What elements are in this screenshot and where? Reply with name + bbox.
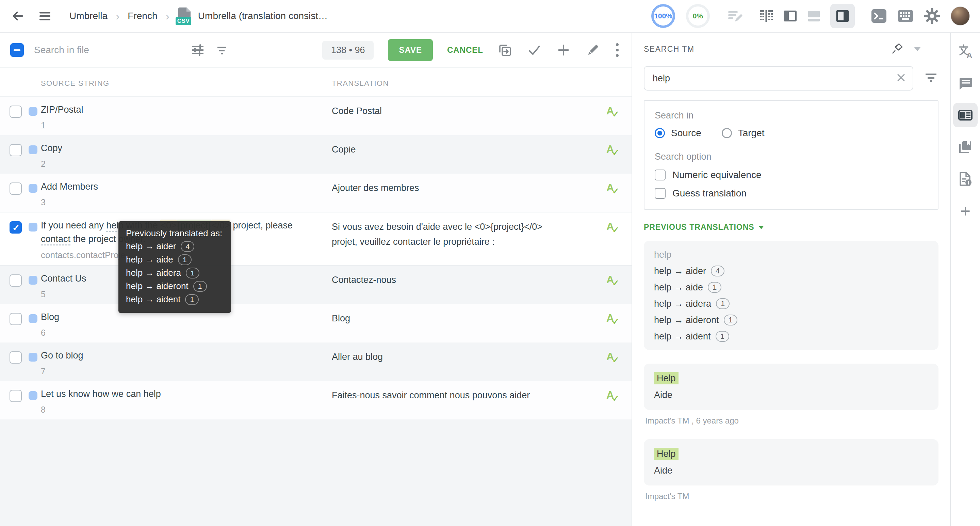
previous-translation-item[interactable]: help → aideront1 <box>654 315 928 325</box>
approved-icon: A✓ <box>606 351 621 366</box>
pin-icon[interactable] <box>890 42 904 56</box>
radio-target[interactable]: Target <box>722 128 765 139</box>
source-column-header: SOURCE STRING <box>41 79 110 88</box>
right-panel-icon[interactable] <box>830 4 855 28</box>
bottom-panel-icon[interactable] <box>807 8 821 24</box>
back-icon[interactable] <box>10 8 25 24</box>
translation-text: Faites-nous savoir comment nous pouvons … <box>332 388 553 403</box>
string-id: 7 <box>41 366 632 376</box>
table-row[interactable]: Copy2CopieA✓ <box>0 135 632 174</box>
table-row[interactable]: Go to blog7Aller au blogA✓ <box>0 343 632 381</box>
chevron-down-icon[interactable] <box>914 47 921 51</box>
string-id: 3 <box>41 198 632 207</box>
menu-icon[interactable] <box>38 9 52 23</box>
translation-column-header: TRANSLATION <box>332 79 389 88</box>
previous-translation-item[interactable]: help → aider4 <box>654 266 928 276</box>
string-list: ZIP/Postal1Code PostalA✓Copy2CopieA✓Add … <box>0 97 632 526</box>
approved-icon: A✓ <box>606 182 621 197</box>
search-input[interactable] <box>34 45 180 56</box>
split-view-icon[interactable] <box>759 8 774 24</box>
row-checkbox[interactable] <box>10 274 22 287</box>
row-checkbox[interactable] <box>10 105 22 118</box>
check-icon: ✓ <box>612 148 619 158</box>
radio-target-label: Target <box>738 128 765 139</box>
highlighted-match: Help <box>654 372 679 384</box>
cancel-button[interactable]: CANCEL <box>447 45 483 55</box>
glossary-icon[interactable] <box>953 135 978 159</box>
row-checkbox[interactable] <box>10 144 22 156</box>
kebab-menu-icon[interactable] <box>614 42 620 58</box>
check-icon: ✓ <box>612 317 619 327</box>
row-checkbox[interactable] <box>10 221 22 234</box>
keyboard-icon[interactable] <box>898 10 913 22</box>
clear-icon[interactable] <box>895 72 907 85</box>
select-all-checkbox[interactable] <box>10 43 24 57</box>
row-checkbox[interactable] <box>10 313 22 325</box>
tooltip-pair: help → aident <box>126 293 180 306</box>
translate-icon[interactable]: A <box>953 39 978 63</box>
translation-pair: help → aide <box>654 282 703 293</box>
csv-file-icon: CSV <box>178 7 192 25</box>
string-status-indicator <box>29 353 37 362</box>
search-in-label: Search in <box>655 110 928 121</box>
previous-translation-item[interactable]: help → aide1 <box>654 282 928 293</box>
checkbox-icon <box>655 169 666 180</box>
row-checkbox[interactable] <box>10 390 22 402</box>
plus-icon: + <box>960 202 970 220</box>
tooltip-item: help → aideront1 <box>126 279 222 293</box>
count-badge: 1 <box>193 281 207 292</box>
draft-pencil-icon[interactable] <box>727 8 743 24</box>
source-string-text: Add Members <box>41 180 299 193</box>
add-icon[interactable] <box>556 43 571 57</box>
count-badge: 1 <box>724 315 737 325</box>
tm-result-source: Help <box>654 449 928 459</box>
table-row[interactable]: If you need any help with the <0>{projec… <box>0 212 632 266</box>
count-badge: 1 <box>185 294 199 305</box>
translated-progress-badge[interactable]: 100% <box>651 4 675 28</box>
radio-source[interactable]: Source <box>655 128 701 139</box>
previous-translations-toggle[interactable]: PREVIOUS TRANSLATIONS <box>644 223 939 232</box>
edit-icon[interactable] <box>585 43 600 57</box>
previous-translation-item[interactable]: help → aident1 <box>654 331 928 342</box>
terminal-icon[interactable] <box>871 9 887 23</box>
tm-icon[interactable] <box>953 103 978 128</box>
tm-filter-icon[interactable] <box>924 71 939 86</box>
tooltip-pair: help → aideront <box>126 279 189 293</box>
check-icon: ✓ <box>612 394 619 403</box>
table-row[interactable]: Add Members3Ajouter des membresA✓ <box>0 174 632 212</box>
checkbox-guess-translation[interactable]: Guess translation <box>655 188 928 199</box>
tm-result-card[interactable]: HelpAide <box>644 439 939 486</box>
table-row[interactable]: Contact Us5Contactez-nousA✓ <box>0 266 632 304</box>
table-row[interactable]: ZIP/Postal1Code PostalA✓ <box>0 97 632 135</box>
table-row[interactable]: Blog6BlogA✓ <box>0 304 632 343</box>
comments-icon[interactable] <box>953 71 978 95</box>
tm-result-card[interactable]: HelpAide <box>644 363 939 410</box>
filter-icon[interactable] <box>215 43 229 57</box>
checkbox-numeric-equivalence[interactable]: Numeric equivalence <box>655 169 928 180</box>
copy-source-icon[interactable] <box>498 43 512 57</box>
breadcrumb-language[interactable]: French <box>127 11 157 21</box>
row-checkbox[interactable] <box>10 351 22 363</box>
string-id: 8 <box>41 405 632 414</box>
tm-result-target: Aide <box>654 465 928 476</box>
add-panel-icon[interactable]: + <box>953 199 978 223</box>
breadcrumb-project[interactable]: Umbrella <box>69 11 108 21</box>
breadcrumb-file[interactable]: CSV Umbrella (translation consist… <box>178 7 328 25</box>
chevron-right-icon: › <box>166 10 169 22</box>
string-status-indicator <box>29 391 37 400</box>
row-checkbox[interactable] <box>10 182 22 195</box>
tm-search-input[interactable] <box>644 66 913 91</box>
tune-icon[interactable] <box>191 43 205 57</box>
approve-icon[interactable] <box>527 43 542 57</box>
tooltip-item: help → aident1 <box>126 293 222 306</box>
previous-translation-item[interactable]: help → aidera1 <box>654 298 928 309</box>
side-by-side-icon[interactable] <box>783 8 798 24</box>
string-id: 1 <box>41 121 632 131</box>
approved-progress-badge[interactable]: 0% <box>686 4 710 28</box>
avatar[interactable] <box>951 6 970 26</box>
file-info-icon[interactable] <box>953 167 978 191</box>
table-row[interactable]: Let us know how we can help8Faites-nous … <box>0 381 632 419</box>
previously-translated-tooltip: Previously translated as: help → aider4h… <box>118 221 231 313</box>
gear-icon[interactable] <box>924 8 940 24</box>
save-button[interactable]: SAVE <box>388 39 433 61</box>
